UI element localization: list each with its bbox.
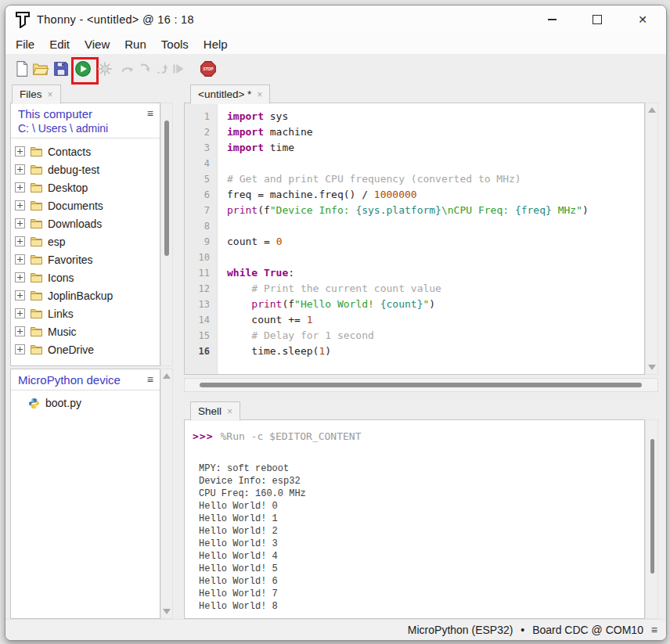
shell-scrollbar[interactable] <box>645 419 658 619</box>
file-tree-item[interactable]: debug-test <box>11 160 160 178</box>
expand-icon[interactable] <box>15 164 25 174</box>
thonny-logo-icon <box>15 11 31 28</box>
files-menu-icon[interactable]: ≡ <box>147 107 153 121</box>
tab-close-icon[interactable]: × <box>227 407 232 416</box>
step-out-button[interactable] <box>154 60 171 77</box>
code-line[interactable]: 9count = 0 <box>185 234 644 250</box>
folder-name: debug-test <box>48 164 99 176</box>
shell-scrollbar-thumb[interactable] <box>650 439 654 574</box>
expand-icon[interactable] <box>15 218 25 228</box>
expand-icon[interactable] <box>15 182 25 192</box>
open-file-button[interactable] <box>32 60 49 77</box>
expand-icon[interactable] <box>15 146 25 157</box>
scroll-down-icon[interactable] <box>163 609 171 614</box>
code-line[interactable]: 7print(f"Device Info: {sys.platform}\nCP… <box>185 203 644 218</box>
debug-button[interactable] <box>96 60 113 77</box>
file-tree-item[interactable]: Links <box>11 304 160 322</box>
tab-files[interactable]: Files × <box>12 85 61 104</box>
run-button-highlight-annotation <box>71 57 99 85</box>
code-line[interactable]: 16 time.sleep(1) <box>185 344 644 359</box>
scroll-up-icon[interactable] <box>648 107 656 113</box>
device-scrollbar[interactable] <box>160 369 173 619</box>
file-tree-item[interactable]: Documents <box>11 196 160 214</box>
stop-button[interactable]: STOP <box>200 60 217 77</box>
expand-icon[interactable] <box>15 344 25 354</box>
files-scrollbar[interactable] <box>160 103 173 366</box>
line-number: 5 <box>185 171 217 187</box>
code-line[interactable]: 2import machine <box>185 124 644 140</box>
new-file-button[interactable] <box>13 60 31 77</box>
new-file-icon <box>13 60 31 77</box>
expand-icon[interactable] <box>15 290 25 300</box>
code-line[interactable]: 5# Get and print CPU frequency (converte… <box>185 171 644 187</box>
menu-item-run[interactable]: Run <box>124 38 146 51</box>
device-file-item[interactable]: boot.py <box>11 394 160 412</box>
code-line[interactable]: 10 <box>185 250 644 265</box>
code-line[interactable]: 15 # Delay for 1 second <box>185 328 644 344</box>
code-line[interactable]: 4 <box>185 156 644 171</box>
line-number: 16 <box>185 344 217 359</box>
file-tree-item[interactable]: Contacts <box>11 142 160 160</box>
minimize-button[interactable] <box>535 8 569 31</box>
current-path[interactable]: C: \ Users \ admini <box>18 122 153 135</box>
scroll-down-icon[interactable] <box>648 365 656 370</box>
code-editor[interactable]: 1import sys2import machine3import time45… <box>184 103 645 375</box>
code-area[interactable]: 1import sys2import machine3import time45… <box>185 103 644 359</box>
folder-name: esp <box>48 236 66 248</box>
tab-close-icon[interactable]: × <box>257 90 262 99</box>
expand-icon[interactable] <box>15 254 25 264</box>
expand-icon[interactable] <box>15 200 25 210</box>
code-line[interactable]: 13 print(f"Hello World! {count}") <box>185 297 644 312</box>
file-tree-item[interactable]: Desktop <box>11 178 160 196</box>
interpreter-status[interactable]: MicroPython (ESP32) <box>408 624 513 636</box>
file-tree-item[interactable]: Music <box>11 322 160 340</box>
save-file-button[interactable] <box>52 60 70 77</box>
code-line[interactable]: 1import sys <box>185 109 644 124</box>
shell-panel[interactable]: >>>%Run -c $EDITOR_CONTENT MPY: soft reb… <box>184 419 645 619</box>
editor-scrollbar[interactable] <box>645 103 658 375</box>
files-scrollbar-thumb[interactable] <box>164 121 169 256</box>
folder-name: Links <box>48 308 74 320</box>
menu-item-view[interactable]: View <box>85 38 110 51</box>
expand-icon[interactable] <box>15 272 25 282</box>
expand-icon[interactable] <box>15 236 25 246</box>
step-into-button[interactable] <box>137 60 154 77</box>
code-line[interactable]: 11while True: <box>185 265 644 281</box>
code-line[interactable]: 12 # Print the current count value <box>185 281 644 297</box>
file-tree-item[interactable]: JoplinBackup <box>11 286 160 304</box>
code-line[interactable]: 14 count += 1 <box>185 312 644 328</box>
status-menu-icon[interactable]: ≡ <box>651 624 657 636</box>
code-line[interactable]: 3import time <box>185 140 644 156</box>
scroll-up-icon[interactable] <box>163 373 171 379</box>
files-panel-header: This computer ≡ C: \ Users \ admini <box>11 103 160 139</box>
code-text: count = 0 <box>217 234 282 250</box>
device-menu-icon[interactable]: ≡ <box>147 373 153 387</box>
step-over-button[interactable] <box>120 60 137 77</box>
close-button[interactable]: ✕ <box>625 8 660 31</box>
file-tree-item[interactable]: OneDrive <box>11 340 160 358</box>
resume-button[interactable] <box>170 60 187 77</box>
expand-icon[interactable] <box>15 326 25 336</box>
expand-icon[interactable] <box>15 308 25 318</box>
file-tree-item[interactable]: esp <box>11 232 160 250</box>
file-tree-item[interactable]: Downloads <box>11 214 160 232</box>
code-line[interactable]: 8 <box>185 218 644 234</box>
maximize-button[interactable] <box>580 8 614 31</box>
editor-horizontal-scrollbar[interactable] <box>184 378 658 392</box>
port-status[interactable]: Board CDC @ COM10 <box>532 624 643 636</box>
line-number: 11 <box>185 265 217 281</box>
file-tree-item[interactable]: Favorites <box>11 250 160 268</box>
tab-untitled-editor[interactable]: <untitled> * × <box>190 85 270 104</box>
tab-shell[interactable]: Shell × <box>190 401 240 421</box>
file-tree-item[interactable]: Icons <box>11 268 160 286</box>
code-text: # Get and print CPU frequency (converted… <box>217 171 521 187</box>
menu-item-tools[interactable]: Tools <box>161 38 189 51</box>
menu-item-help[interactable]: Help <box>204 38 228 51</box>
menu-item-edit[interactable]: Edit <box>49 38 70 51</box>
menu-item-file[interactable]: File <box>16 38 34 51</box>
code-line[interactable]: 6freq = machine.freq() / 1000000 <box>185 187 644 203</box>
device-panel-title[interactable]: MicroPython device <box>18 373 121 387</box>
editor-hscroll-thumb[interactable] <box>200 383 642 387</box>
tab-close-icon[interactable]: × <box>48 90 53 99</box>
this-computer-label[interactable]: This computer <box>18 107 92 121</box>
